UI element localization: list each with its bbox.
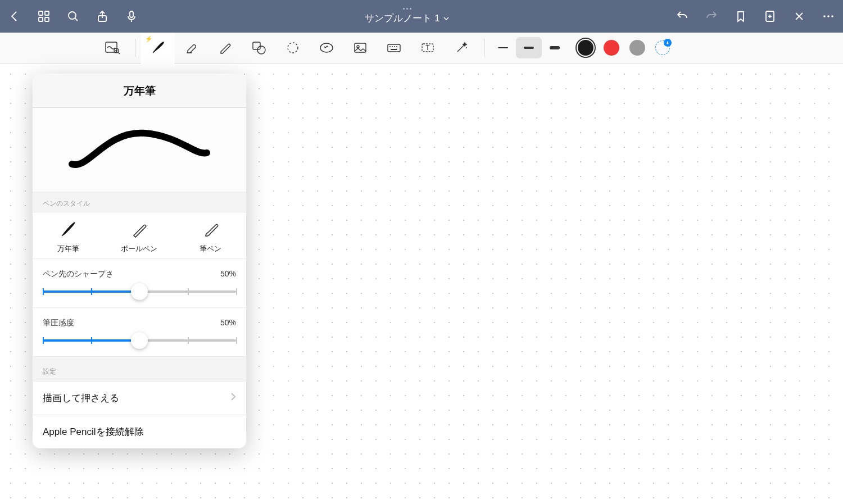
svg-line-5 xyxy=(75,18,78,21)
svg-rect-2 xyxy=(39,17,43,21)
pen-tool[interactable]: ⚡ xyxy=(141,33,175,63)
text-box-tool[interactable]: T xyxy=(411,33,445,63)
color-grey[interactable] xyxy=(629,40,645,56)
svg-rect-27 xyxy=(355,43,366,52)
svg-point-26 xyxy=(320,43,333,52)
sticker-tool[interactable] xyxy=(310,33,343,63)
pressure-value: 50% xyxy=(220,318,236,328)
top-right-group xyxy=(674,8,836,24)
chevron-down-icon xyxy=(443,13,449,24)
stroke-width-group xyxy=(490,37,568,58)
svg-point-28 xyxy=(357,46,359,48)
bluetooth-badge-icon: ⚡ xyxy=(145,35,153,43)
svg-point-38 xyxy=(466,47,467,48)
svg-line-19 xyxy=(118,52,120,54)
pen-style-label: 筆ペン xyxy=(200,244,221,254)
document-title-text: サンプルノート 1 xyxy=(365,12,439,25)
undo-icon[interactable] xyxy=(674,8,690,24)
sharpness-block: ペン先のシャープさ 50% xyxy=(33,259,246,308)
svg-point-24 xyxy=(257,46,265,54)
color-black[interactable] xyxy=(578,40,593,56)
svg-rect-3 xyxy=(45,17,49,21)
pen-settings-popover: 万年筆 ペンのスタイル 万年筆 ボールペン 筆ペン ペ xyxy=(33,74,246,448)
svg-point-4 xyxy=(69,12,76,19)
toolbar-divider xyxy=(484,39,484,57)
settings-block: 描画して押さえる Apple Pencilを接続解除 xyxy=(33,382,246,448)
color-group: + xyxy=(578,40,670,56)
bookmark-icon[interactable] xyxy=(733,8,749,24)
svg-rect-1 xyxy=(45,11,49,15)
keyboard-tool[interactable] xyxy=(377,33,411,63)
document-title[interactable]: サンプルノート 1 xyxy=(365,12,448,25)
pen-style-label: ボールペン xyxy=(121,244,157,254)
pen-style-fountain[interactable]: 万年筆 xyxy=(40,220,96,254)
search-icon[interactable] xyxy=(65,8,81,24)
lasso-tool[interactable] xyxy=(276,33,310,63)
svg-rect-7 xyxy=(130,11,133,17)
eraser-tool[interactable] xyxy=(175,33,209,63)
add-page-icon[interactable] xyxy=(762,8,778,24)
share-icon[interactable] xyxy=(94,8,110,24)
pen-style-options: 万年筆 ボールペン 筆ペン xyxy=(33,212,246,259)
popover-title: 万年筆 xyxy=(33,74,246,108)
top-center-group: サンプルノート 1 xyxy=(365,8,448,25)
stroke-thin[interactable] xyxy=(490,37,516,58)
svg-rect-29 xyxy=(388,44,400,52)
magic-tool[interactable] xyxy=(445,33,478,63)
redo-icon[interactable] xyxy=(704,8,719,24)
window-drag-handle-icon[interactable] xyxy=(403,8,411,10)
pressure-slider[interactable] xyxy=(43,339,236,342)
microphone-icon[interactable] xyxy=(124,8,139,24)
pressure-label: 筆圧感度 xyxy=(43,318,74,328)
settings-section-label: 設定 xyxy=(33,357,246,382)
toolbar-divider xyxy=(135,39,135,57)
pen-style-label: 万年筆 xyxy=(57,244,79,254)
more-icon[interactable] xyxy=(821,8,836,24)
close-icon[interactable] xyxy=(791,8,807,24)
chevron-right-icon xyxy=(230,392,236,404)
settings-row-label: Apple Pencilを接続解除 xyxy=(43,425,144,438)
stroke-medium[interactable] xyxy=(516,37,542,58)
svg-point-14 xyxy=(823,15,826,17)
svg-rect-23 xyxy=(253,42,260,49)
pen-style-ballpoint[interactable]: ボールペン xyxy=(111,220,167,254)
settings-row-label: 描画して押さえる xyxy=(43,392,119,405)
highlighter-tool[interactable] xyxy=(209,33,242,63)
back-icon[interactable] xyxy=(7,8,22,24)
svg-line-37 xyxy=(457,45,464,52)
pen-style-brush[interactable]: 筆ペン xyxy=(183,220,239,254)
sharpness-slider[interactable] xyxy=(43,290,236,293)
sharpness-label: ペン先のシャープさ xyxy=(43,269,114,279)
svg-point-15 xyxy=(827,15,830,17)
draw-and-hold-row[interactable]: 描画して押さえる xyxy=(33,382,246,415)
note-canvas[interactable]: 万年筆 ペンのスタイル 万年筆 ボールペン 筆ペン ペ xyxy=(0,63,843,504)
top-left-group xyxy=(7,8,139,24)
add-color-button[interactable]: + xyxy=(655,40,670,55)
stroke-preview xyxy=(33,108,246,192)
tool-bar: ⚡ T + xyxy=(0,33,843,63)
grid-icon[interactable] xyxy=(36,8,52,24)
plus-icon: + xyxy=(664,39,672,47)
sharpness-value: 50% xyxy=(220,269,236,279)
top-navigation-bar: サンプルノート 1 xyxy=(0,0,843,33)
svg-point-25 xyxy=(288,43,298,53)
pressure-block: 筆圧感度 50% xyxy=(33,308,246,357)
shape-tool[interactable] xyxy=(242,33,276,63)
svg-text:T: T xyxy=(425,44,430,52)
stroke-thick[interactable] xyxy=(542,37,568,58)
disconnect-pencil-row[interactable]: Apple Pencilを接続解除 xyxy=(33,415,246,448)
svg-rect-0 xyxy=(39,11,43,15)
image-tool[interactable] xyxy=(343,33,377,63)
svg-point-16 xyxy=(831,15,833,17)
color-red[interactable] xyxy=(604,40,619,56)
pen-style-section-label: ペンのスタイル xyxy=(33,192,246,212)
zoom-tool[interactable] xyxy=(96,33,129,63)
